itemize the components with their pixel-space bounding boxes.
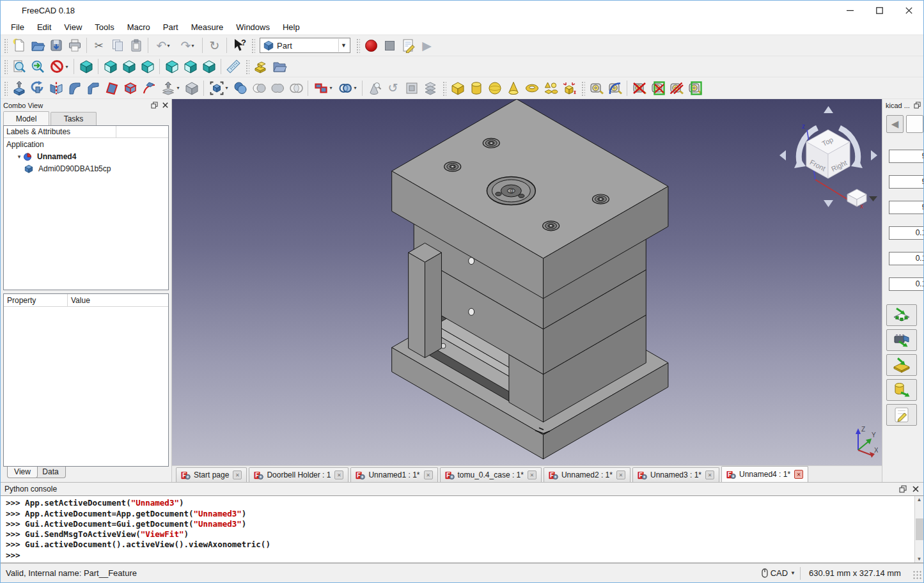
macro-run-button[interactable]: ▶ <box>418 36 436 55</box>
stepup-back-button[interactable]: ◀ <box>886 115 904 133</box>
check-geometry-button[interactable] <box>365 79 384 97</box>
toolbar-grip[interactable] <box>3 59 8 74</box>
doc-tab-5[interactable]: FUnnamed2 : 1*✕ <box>544 467 630 482</box>
doc-tab-4[interactable]: Ftomu_0.4_case : 1*✕ <box>440 467 542 482</box>
primitive-cone-button[interactable] <box>504 79 522 97</box>
measure-clear-all-button[interactable] <box>630 79 648 97</box>
mold-model[interactable]: g <box>172 99 882 465</box>
stepup-edit-button[interactable] <box>886 404 917 426</box>
mirror-button[interactable] <box>47 79 65 97</box>
workbench-dropdown-arrow[interactable]: ▼ <box>338 39 348 52</box>
primitive-sphere-button[interactable] <box>485 79 504 97</box>
view-axonometric-button[interactable] <box>77 58 95 76</box>
close-button[interactable] <box>894 1 923 20</box>
menu-view[interactable]: View <box>58 20 88 34</box>
doc-tab-close-icon[interactable]: ✕ <box>424 470 433 479</box>
fit-all-button[interactable] <box>10 58 28 76</box>
measure-linear-button[interactable] <box>587 79 606 97</box>
new-file-button[interactable] <box>10 36 28 55</box>
stepup-field-6[interactable]: 0.10 <box>889 277 923 291</box>
toolbar-grip[interactable] <box>3 38 8 53</box>
tab-data[interactable]: Data <box>35 467 66 478</box>
paste-button[interactable] <box>127 36 145 55</box>
tree-expand-chevron[interactable]: ▾ <box>15 153 23 160</box>
doc-tab-close-icon[interactable]: ✕ <box>528 470 536 479</box>
menu-part[interactable]: Part <box>157 20 185 34</box>
compound-button[interactable]: ▾ <box>207 79 231 97</box>
draw-style-button[interactable]: ▾ <box>47 58 71 76</box>
view-bottom-button[interactable] <box>181 58 200 76</box>
float-panel-icon[interactable] <box>914 102 921 109</box>
join-features-dropdown-arrow[interactable]: ▾ <box>329 85 332 91</box>
doc-tab-close-icon[interactable]: ✕ <box>233 470 242 479</box>
sweep-button[interactable] <box>139 79 158 97</box>
menu-measure[interactable]: Measure <box>185 20 230 34</box>
tree-item-admi0d90dba1b5cp[interactable]: Admi0D90DBA1b5cp <box>4 162 168 175</box>
stepup-load-model-button[interactable] <box>886 329 917 351</box>
close-panel-icon[interactable] <box>912 485 920 493</box>
stepup-field-1[interactable]: 90 <box>889 150 923 163</box>
toolbar-grip[interactable] <box>356 38 360 53</box>
boolean-intersection-button[interactable] <box>286 79 305 97</box>
refine-shape-button[interactable] <box>402 79 421 97</box>
rotate-right-arrow[interactable] <box>851 157 863 168</box>
doc-tab-3[interactable]: FUnnamed1 : 1*✕ <box>350 467 437 482</box>
stepup-field-4[interactable]: 0.10 <box>889 226 923 240</box>
stepup-field-3[interactable]: 90 <box>889 201 923 214</box>
join-features-button[interactable]: ▾ <box>311 79 335 97</box>
measure-toggle-all-button[interactable] <box>648 79 667 97</box>
float-panel-icon[interactable] <box>151 102 158 109</box>
float-panel-icon[interactable] <box>899 485 907 493</box>
view-right-button[interactable] <box>138 58 157 76</box>
macro-stop-button[interactable] <box>380 36 399 55</box>
cut-button[interactable]: ✂ <box>90 36 108 55</box>
redo-button[interactable]: ↷▾ <box>175 36 200 55</box>
tab-view[interactable]: View <box>7 467 38 478</box>
primitive-box-button[interactable] <box>448 79 467 97</box>
create-primitives-button[interactable] <box>541 79 560 97</box>
stepup-field-2[interactable]: 90 <box>889 175 923 189</box>
mini-cube-menu[interactable] <box>847 189 866 206</box>
doc-tab-close-icon[interactable]: ✕ <box>794 470 803 479</box>
view-top-button[interactable] <box>120 58 138 76</box>
toolbar-grip[interactable] <box>251 38 255 53</box>
whats-this-button[interactable]: ? <box>230 36 248 55</box>
menu-macro[interactable]: Macro <box>121 20 157 34</box>
doc-tab-close-icon[interactable]: ✕ <box>616 470 625 479</box>
draw-style-dropdown-arrow[interactable]: ▾ <box>65 64 68 70</box>
stepup-folder-button[interactable] <box>270 58 288 76</box>
extrude-button[interactable] <box>10 79 28 97</box>
console-scrollbar[interactable]: ▲ ▼ <box>914 496 923 563</box>
scroll-up-arrow[interactable]: ▲ <box>917 497 922 502</box>
boolean-cut-button[interactable] <box>249 79 268 97</box>
fillet-button[interactable] <box>65 79 84 97</box>
doc-tab-1[interactable]: FStart page✕ <box>176 467 247 482</box>
tab-model[interactable]: Model <box>3 111 49 125</box>
close-panel-icon[interactable] <box>162 102 169 109</box>
stepup-load-footprint-button[interactable] <box>886 304 917 326</box>
nav-right-arrow[interactable] <box>871 150 877 160</box>
doc-tab-2[interactable]: FDoorbell Holder : 1✕ <box>249 467 348 482</box>
scroll-thumb[interactable] <box>916 518 923 540</box>
stepup-field-5[interactable]: 0.10 <box>889 252 923 265</box>
toolbar-grip[interactable] <box>3 81 8 96</box>
nav-down-arrow[interactable] <box>824 200 833 207</box>
stepup-tools-button[interactable] <box>251 58 270 76</box>
stepup-export-board-button[interactable] <box>886 354 917 376</box>
doc-tab-close-icon[interactable]: ✕ <box>705 470 714 479</box>
python-console-input[interactable]: >>> App.setActiveDocument("Unnamed3")>>>… <box>1 496 914 563</box>
cross-sections-button[interactable] <box>421 79 439 97</box>
save-file-button[interactable] <box>47 36 65 55</box>
boolean-union-button[interactable] <box>268 79 286 97</box>
tree-item-unnamed4[interactable]: ▾Unnamed4 <box>4 150 168 162</box>
loft-button[interactable] <box>121 79 139 97</box>
defeaturing-button[interactable]: ↺ <box>384 79 402 97</box>
measure-toggle-3d-button[interactable] <box>667 79 685 97</box>
menu-edit[interactable]: Edit <box>31 20 58 34</box>
split-features-button[interactable]: ▾ <box>335 79 359 97</box>
nav-style-dropdown-arrow[interactable]: ▼ <box>790 570 795 576</box>
offset-dropdown-arrow[interactable]: ▾ <box>176 85 179 91</box>
view-rear-button[interactable] <box>162 58 181 76</box>
stepup-export-db-button[interactable] <box>886 379 917 401</box>
tab-tasks[interactable]: Tasks <box>51 112 97 125</box>
